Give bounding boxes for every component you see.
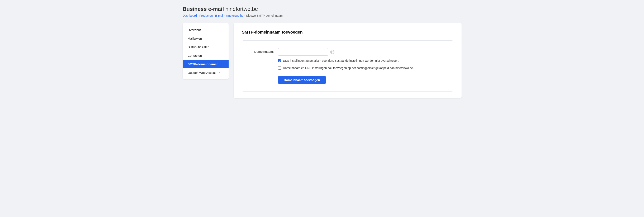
sidebar-item-label-contacten: Contacten [188,54,202,57]
sidebar-item-outlook-web-access[interactable]: Outlook Web Access ↗ [183,68,228,77]
breadcrumb-current: Nieuwe SMTP-domeinnaam [246,14,283,17]
sidebar: Overzicht Mailboxen Distributielijsten C… [183,23,228,79]
sidebar-item-overzicht[interactable]: Overzicht [183,26,228,34]
breadcrumb-sep-2: › [214,14,214,17]
checkbox-dns-label[interactable]: DNS instellingen automatisch voorzien. B… [283,59,399,63]
domain-input[interactable] [278,48,328,56]
breadcrumb-link-producten[interactable]: Producten [199,14,213,17]
domain-input-row [278,48,446,56]
sidebar-item-label-overzicht: Overzicht [188,28,201,32]
domain-row: Domeinnaam: [249,48,446,70]
domain-check-icon [330,50,334,54]
external-link-icon: ↗ [218,71,220,74]
sidebar-item-distributielijsten[interactable]: Distributielijsten [183,43,228,51]
breadcrumb-sep-3: › [224,14,225,17]
breadcrumb: Dashboard › Producten › E-mail › ninefor… [183,14,462,17]
sidebar-item-label-mailboxen: Mailboxen [188,37,202,40]
section-title: SMTP-domeinnaam toevoegen [242,30,453,35]
form-actions: Domeinnaam toevoegen [249,76,446,84]
sidebar-item-label-owa: Outlook Web Access [188,71,216,74]
checkbox-dns[interactable] [278,59,282,62]
content-layout: Overzicht Mailboxen Distributielijsten C… [183,23,462,98]
checkbox-hosting-label[interactable]: Domeinnaam en DNS instellingen ook toevo… [283,66,414,70]
checkbox-hosting-row: Domeinnaam en DNS instellingen ook toevo… [278,66,420,70]
breadcrumb-sep-4: › [244,14,245,17]
sidebar-item-smtp-domeinnamen[interactable]: SMTP-domeinnamen [183,60,228,68]
sidebar-item-mailboxen[interactable]: Mailboxen [183,34,228,43]
main-content: SMTP-domeinnaam toevoegen Domeinnaam: [234,23,462,98]
domain-controls: DNS instellingen automatisch voorzien. B… [278,48,446,70]
sidebar-item-contacten[interactable]: Contacten [183,51,228,60]
sidebar-item-label-distributielijsten: Distributielijsten [188,45,210,49]
breadcrumb-link-dashboard[interactable]: Dashboard [183,14,197,17]
breadcrumb-link-email[interactable]: E-mail [215,14,224,17]
breadcrumb-link-domain[interactable]: ninefortwo.be [226,14,244,17]
form-card: Domeinnaam: [242,40,453,91]
page-header: Business e-mail ninefortwo.be Dashboard … [183,6,462,17]
domain-label: Domeinnaam: [249,48,278,53]
breadcrumb-sep-1: › [198,14,198,17]
page-title-normal: ninefortwo.be [226,6,258,12]
submit-button[interactable]: Domeinnaam toevoegen [278,76,326,84]
checkbox-dns-row: DNS instellingen automatisch voorzien. B… [278,59,420,63]
checkbox-hosting[interactable] [278,66,282,70]
page-title-bold: Business e-mail [183,6,224,12]
page-title: Business e-mail ninefortwo.be [183,6,462,12]
sidebar-item-label-smtp: SMTP-domeinnamen [188,62,218,66]
